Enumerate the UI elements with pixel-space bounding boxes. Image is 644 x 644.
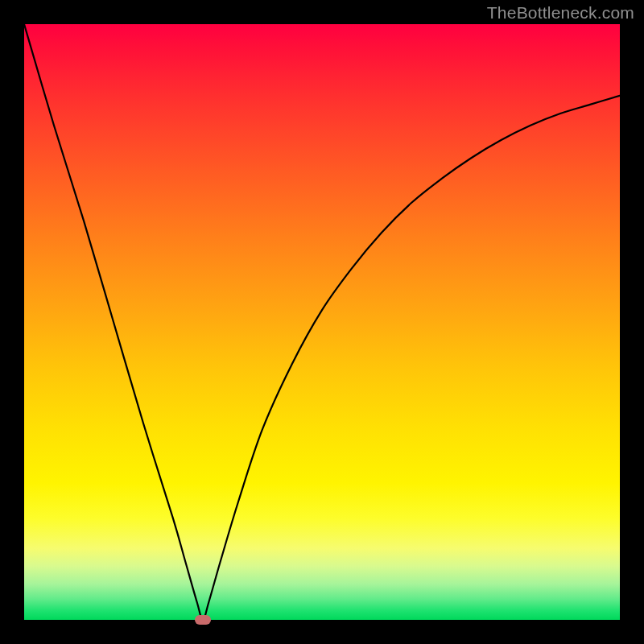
- bottleneck-curve: [24, 24, 620, 620]
- watermark-text: TheBottleneck.com: [487, 3, 634, 23]
- plot-area: [24, 24, 620, 620]
- minimum-marker: [195, 615, 211, 625]
- chart-frame: TheBottleneck.com: [0, 0, 644, 644]
